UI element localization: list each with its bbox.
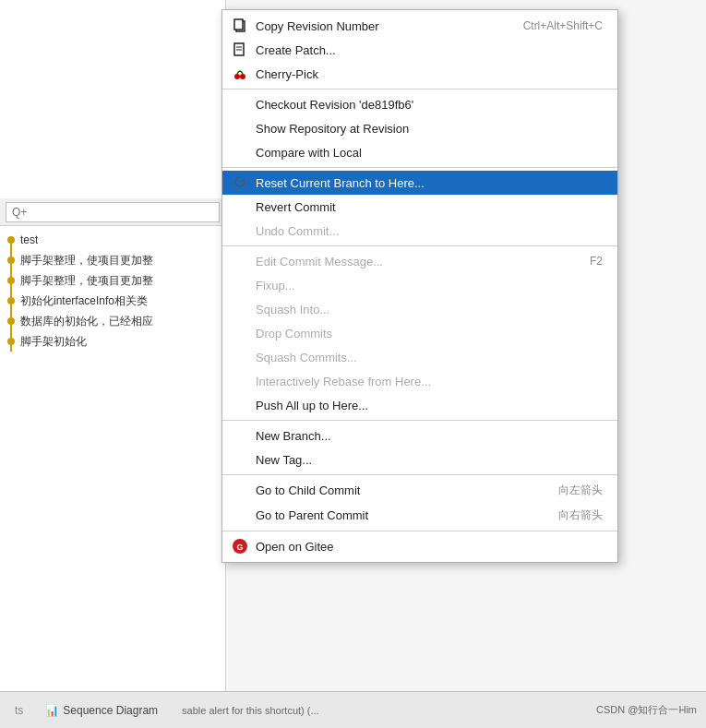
menu-item-new-branch[interactable]: New Branch... xyxy=(222,424,617,448)
menu-item-label: Push All up to Here... xyxy=(256,399,368,412)
menu-item-shortcut: F2 xyxy=(562,255,603,268)
menu-item-create-patch[interactable]: Create Patch... xyxy=(222,38,617,62)
svg-point-5 xyxy=(234,74,240,79)
menu-item-label: Edit Commit Message... xyxy=(256,255,383,269)
menu-item-label: Go to Parent Commit xyxy=(256,508,368,522)
cherry-icon xyxy=(232,66,248,82)
menu-item-label: New Tag... xyxy=(256,453,312,467)
menu-item-shortcut: 向左箭头 xyxy=(531,483,603,498)
menu-separator xyxy=(222,420,617,421)
menu-item-label: Squash Commits... xyxy=(256,351,357,364)
menu-item-reset-branch[interactable]: Reset Current Branch to Here... xyxy=(222,171,617,195)
menu-item-push-all[interactable]: Push All up to Here... xyxy=(222,393,617,417)
menu-item-label: Fixup... xyxy=(256,279,295,292)
menu-item-label: Open on Gitee xyxy=(256,540,334,554)
commit-list: test脚手架整理，使项目更加整脚手架整理，使项目更加整初始化interface… xyxy=(0,226,225,355)
menu-item-label: Interactively Rebase from Here... xyxy=(256,375,431,388)
menu-item-label: Undo Commit... xyxy=(256,224,339,238)
menu-item-go-parent[interactable]: Go to Parent Commit向右箭头 xyxy=(222,503,617,528)
tab-sequence[interactable]: 📊 Sequence Diagram xyxy=(40,702,163,719)
menu-item-label: Revert Commit xyxy=(256,200,336,214)
commit-list-item[interactable]: 脚手架整理，使项目更加整 xyxy=(0,250,225,270)
menu-item-compare-local[interactable]: Compare with Local xyxy=(222,140,617,164)
svg-marker-7 xyxy=(241,178,245,182)
svg-point-6 xyxy=(240,74,245,79)
menu-item-label: Drop Commits xyxy=(256,327,332,340)
search-bar xyxy=(0,198,225,226)
commit-list-item[interactable]: 脚手架整理，使项目更加整 xyxy=(0,270,225,291)
commit-list-item[interactable]: 初始化interfaceInfo相关类 xyxy=(0,291,225,311)
diagram-icon: 📊 xyxy=(45,704,59,717)
menu-item-fixup: Fixup... xyxy=(222,273,617,297)
menu-item-label: Compare with Local xyxy=(256,146,362,160)
menu-item-new-tag[interactable]: New Tag... xyxy=(222,448,617,471)
menu-separator xyxy=(222,531,617,531)
menu-item-label: Cherry-Pick xyxy=(256,67,318,81)
search-input[interactable] xyxy=(6,202,220,222)
commit-label: 数据库的初始化，已经相应 xyxy=(20,314,153,329)
bottom-alert: sable alert for this shortcut) (... xyxy=(182,705,319,716)
bottom-tabs: ts 📊 Sequence Diagram xyxy=(9,702,163,719)
menu-item-checkout-revision[interactable]: Checkout Revision 'de819fb6' xyxy=(222,92,617,116)
commit-label: test xyxy=(20,233,38,246)
commit-label: 脚手架整理，使项目更加整 xyxy=(20,273,153,289)
menu-item-label: Copy Revision Number xyxy=(256,19,379,33)
menu-separator xyxy=(222,89,617,90)
bottom-bar: ts 📊 Sequence Diagram sable alert for th… xyxy=(0,691,706,728)
menu-separator xyxy=(222,474,617,475)
menu-item-go-child[interactable]: Go to Child Commit向左箭头 xyxy=(222,478,617,503)
commit-list-item[interactable]: 脚手架初始化 xyxy=(0,331,225,352)
svg-text:G: G xyxy=(236,543,243,552)
menu-item-label: Checkout Revision 'de819fb6' xyxy=(256,98,413,112)
ts-icon: ts xyxy=(15,704,23,717)
context-menu: Copy Revision NumberCtrl+Alt+Shift+CCrea… xyxy=(221,9,618,563)
menu-item-edit-message: Edit Commit Message...F2 xyxy=(222,249,617,273)
commit-list-item[interactable]: test xyxy=(0,230,225,250)
menu-item-label: Squash Into... xyxy=(256,303,329,316)
patch-icon xyxy=(232,42,248,58)
reset-icon xyxy=(232,174,248,191)
menu-item-shortcut: 向右箭头 xyxy=(531,507,603,523)
brand-text: CSDN @知行合一Him xyxy=(596,703,697,717)
menu-item-copy-revision[interactable]: Copy Revision NumberCtrl+Alt+Shift+C xyxy=(222,14,617,38)
svg-rect-1 xyxy=(234,19,243,30)
copy-icon xyxy=(232,18,248,34)
commit-label: 脚手架初始化 xyxy=(20,334,87,350)
menu-item-show-repository[interactable]: Show Repository at Revision xyxy=(222,116,617,140)
menu-item-label: Create Patch... xyxy=(256,43,336,57)
menu-item-squash-commits: Squash Commits... xyxy=(222,345,617,369)
commit-label: 初始化interfaceInfo相关类 xyxy=(20,293,148,309)
tab-sequence-label: Sequence Diagram xyxy=(63,704,158,717)
menu-item-revert-commit[interactable]: Revert Commit xyxy=(222,195,617,219)
menu-separator xyxy=(222,245,617,246)
menu-item-squash-into: Squash Into... xyxy=(222,297,617,321)
menu-item-label: Go to Child Commit xyxy=(256,483,360,497)
menu-item-interactive-rebase: Interactively Rebase from Here... xyxy=(222,369,617,393)
menu-separator xyxy=(222,167,617,168)
menu-item-label: Reset Current Branch to Here... xyxy=(256,176,425,190)
commit-label: 脚手架整理，使项目更加整 xyxy=(20,253,153,269)
menu-item-undo-commit: Undo Commit... xyxy=(222,219,617,243)
menu-item-cherry-pick[interactable]: Cherry-Pick xyxy=(222,62,617,86)
menu-item-label: Show Repository at Revision xyxy=(256,122,409,136)
tab-ts[interactable]: ts xyxy=(9,702,29,719)
menu-item-open-gitee[interactable]: GOpen on Gitee xyxy=(222,534,617,558)
commit-sidebar: test脚手架整理，使项目更加整脚手架整理，使项目更加整初始化interface… xyxy=(0,0,226,728)
menu-item-shortcut: Ctrl+Alt+Shift+C xyxy=(496,19,603,32)
gitee-icon: G xyxy=(232,538,248,555)
menu-item-drop-commits: Drop Commits xyxy=(222,321,617,345)
menu-item-label: New Branch... xyxy=(256,429,331,443)
commit-list-item[interactable]: 数据库的初始化，已经相应 xyxy=(0,311,225,331)
